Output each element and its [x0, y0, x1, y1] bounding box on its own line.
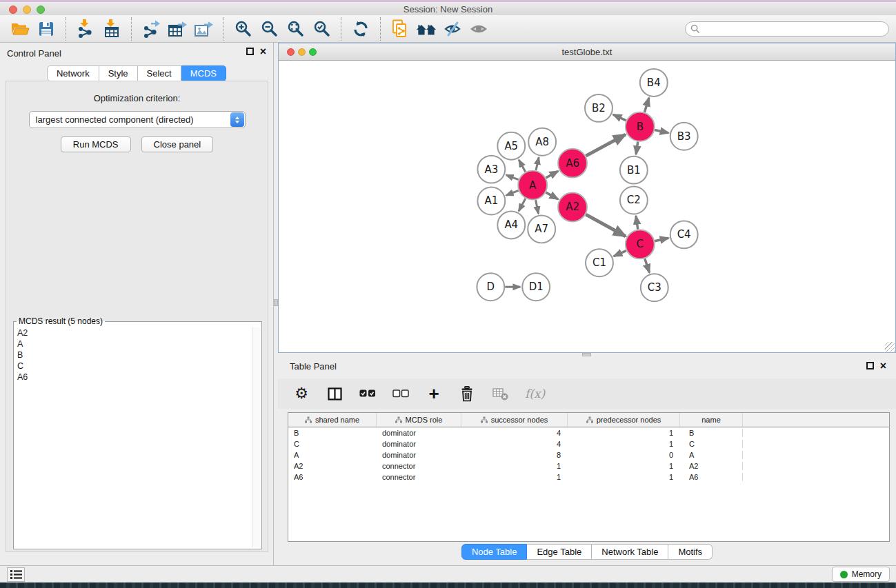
table-settings-button[interactable]: ⚙ [293, 384, 310, 403]
graph-node-label-A8: A8 [535, 136, 549, 148]
close-panel-icon[interactable]: × [880, 362, 886, 369]
column-header-predecessor-nodes[interactable]: predecessor nodes [568, 413, 680, 427]
cell-name: A2 [680, 462, 743, 470]
toolbar-separator [223, 17, 223, 41]
cell-mcds-role: dominator [377, 429, 461, 437]
result-scrollbar[interactable] [252, 327, 261, 547]
zoom-fit-button[interactable] [284, 18, 306, 40]
tab-network-table[interactable]: Network Table [592, 544, 668, 560]
column-header-name[interactable]: name [680, 413, 743, 427]
graph-edge-C-C2[interactable] [636, 216, 638, 229]
graph-edge-B-B4[interactable] [644, 98, 648, 112]
cell-successor-nodes: 1 [461, 473, 568, 481]
graph-edge-A6-B[interactable] [586, 134, 625, 156]
table-row[interactable]: B dominator 4 1 B [288, 427, 889, 438]
table-panel: Table Panel × ⚙ + [278, 356, 896, 565]
graph-node-label-A3: A3 [484, 163, 498, 176]
tab-motifs[interactable]: Motifs [668, 544, 713, 560]
cell-shared-name: A2 [288, 462, 377, 470]
tree-icon [395, 416, 402, 423]
export-network-button[interactable] [140, 18, 162, 40]
hide-selected-button[interactable] [441, 18, 464, 40]
zoom-selected-icon [313, 20, 330, 37]
close-panel-button[interactable]: Close panel [141, 136, 214, 152]
open-session-button[interactable] [9, 18, 31, 40]
first-neighbors-button[interactable] [415, 18, 437, 40]
table-row[interactable]: A dominator 8 0 A [288, 449, 889, 460]
memory-button[interactable]: Memory [832, 567, 890, 582]
cell-predecessor-nodes: 0 [568, 451, 680, 459]
tab-style[interactable]: Style [99, 65, 138, 81]
list-item[interactable]: C [14, 361, 251, 372]
table-row[interactable]: A2 connector 1 1 A2 [288, 460, 889, 472]
column-header-mcds-role[interactable]: MCDS role [377, 413, 461, 427]
zoom-out-button[interactable] [258, 18, 280, 40]
unchecked-boxes-icon [392, 389, 409, 398]
table-header-row: shared name MCDS role successor nodes pr… [288, 413, 889, 427]
resize-grip[interactable] [885, 342, 895, 352]
delete-column-button[interactable] [459, 384, 475, 403]
tab-select[interactable]: Select [138, 65, 181, 81]
tab-edge-table[interactable]: Edge Table [527, 544, 592, 560]
mcds-result-list[interactable]: A2 A B C A6 [14, 327, 251, 547]
graph-edge-A-A4[interactable] [519, 199, 526, 211]
list-item[interactable]: B [14, 349, 251, 361]
float-panel-icon[interactable] [866, 362, 874, 369]
list-item[interactable]: A2 [14, 327, 251, 338]
graph-edge-A-A5[interactable] [519, 160, 525, 172]
refresh-view-button[interactable] [350, 18, 372, 40]
delete-table-button[interactable] [492, 384, 508, 403]
run-mcds-button[interactable]: Run MCDS [61, 136, 131, 152]
zoom-in-button[interactable] [232, 18, 254, 40]
import-network-icon [77, 19, 94, 38]
graph-edge-A-A7[interactable] [536, 200, 539, 214]
graph-edge-B-B3[interactable] [655, 130, 668, 132]
tab-network[interactable]: Network [47, 65, 99, 81]
network-canvas[interactable]: AA1A2A3A4A5A6A7A8BB1B2B3B4CC1C2C3C4DD1 [279, 61, 895, 352]
graph-edge-C-C1[interactable] [614, 251, 626, 256]
graph-edge-A-A1[interactable] [506, 190, 519, 195]
graph-edge-A-A2[interactable] [546, 192, 558, 199]
new-network-from-selection-button[interactable] [389, 18, 411, 40]
table-row[interactable]: A6 connector 1 1 A6 [288, 472, 889, 483]
zoom-selected-button[interactable] [310, 18, 332, 40]
graph-edge-A-A6[interactable] [546, 171, 558, 178]
import-network-button[interactable] [74, 18, 97, 40]
tree-icon [586, 416, 593, 423]
task-history-button[interactable] [7, 567, 25, 582]
float-panel-icon[interactable] [246, 48, 254, 55]
graph-edge-C-C4[interactable] [655, 238, 668, 241]
list-item[interactable]: A6 [14, 372, 251, 383]
cell-predecessor-nodes: 1 [568, 473, 680, 481]
graph-edge-B-B1[interactable] [636, 142, 638, 154]
tab-node-table[interactable]: Node Table [461, 544, 528, 560]
export-image-button[interactable] [192, 18, 215, 40]
network-graph[interactable]: AA1A2A3A4A5A6A7A8BB1B2B3B4CC1C2C3C4DD1 [279, 61, 895, 352]
select-all-checkboxes-button[interactable] [359, 384, 376, 403]
column-header-successor-nodes[interactable]: successor nodes [461, 413, 568, 427]
show-all-button[interactable] [468, 18, 490, 40]
function-builder-button[interactable]: f(x) [525, 384, 545, 403]
create-column-button[interactable]: + [426, 384, 442, 403]
graph-edge-C-C3[interactable] [645, 258, 650, 272]
deselect-all-checkboxes-button[interactable] [392, 384, 409, 403]
graph-edge-A2-C[interactable] [586, 214, 626, 236]
close-panel-icon[interactable]: × [260, 48, 266, 55]
network-window-titlebar[interactable]: testGlobe.txt [279, 43, 895, 61]
graph-edge-A-A8[interactable] [536, 157, 539, 170]
search-input[interactable] [700, 23, 888, 35]
search-icon [690, 24, 700, 34]
graph-edge-A-A3[interactable] [506, 175, 519, 180]
import-table-button[interactable] [101, 18, 123, 40]
table-row[interactable]: C dominator 4 1 C [288, 438, 889, 449]
criterion-select[interactable]: largest connected component (directed) [29, 111, 246, 128]
show-columns-button[interactable] [326, 384, 343, 403]
export-table-button[interactable] [166, 18, 188, 40]
column-header-shared-name[interactable]: shared name [288, 413, 377, 427]
tab-mcds[interactable]: MCDS [181, 65, 226, 81]
cell-name: B [680, 429, 743, 437]
graph-edge-B-B2[interactable] [613, 114, 626, 121]
save-session-button[interactable] [35, 18, 57, 40]
cell-name: A [680, 451, 743, 459]
list-item[interactable]: A [14, 338, 251, 349]
